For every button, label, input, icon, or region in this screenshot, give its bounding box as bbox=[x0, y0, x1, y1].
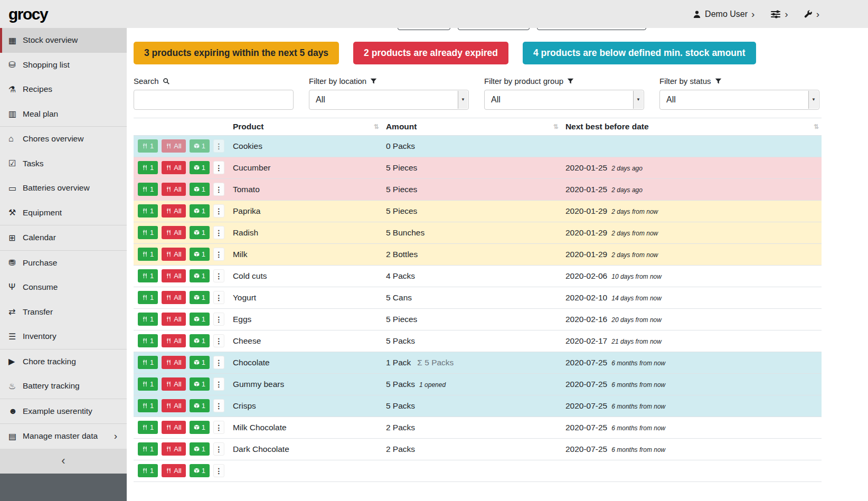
row-menu-button[interactable]: ⋮ bbox=[213, 464, 224, 477]
sidebar-item-chore-tracking[interactable]: ▶ Chore tracking bbox=[0, 349, 127, 374]
sidebar-item-example-userentity[interactable]: ☻ Example userentity bbox=[0, 399, 127, 424]
open-one-button[interactable]: 1 bbox=[190, 313, 210, 326]
row-menu-button[interactable]: ⋮ bbox=[213, 248, 224, 261]
row-menu-button[interactable]: ⋮ bbox=[213, 183, 224, 196]
consume-all-button[interactable]: All bbox=[162, 399, 185, 412]
sidebar-item-transfer[interactable]: ⇄ Transfer bbox=[0, 300, 127, 325]
sidebar-item-meal-plan[interactable]: ▥ Meal plan bbox=[0, 102, 127, 127]
search-label: Search bbox=[134, 77, 159, 86]
consume-one-button[interactable]: 1 bbox=[138, 161, 158, 174]
row-menu-button[interactable]: ⋮ bbox=[213, 269, 224, 282]
consume-all-button[interactable]: All bbox=[162, 313, 185, 326]
row-menu-button[interactable]: ⋮ bbox=[213, 377, 224, 391]
consume-one-button[interactable]: 1 bbox=[138, 442, 158, 456]
consume-one-button[interactable]: 1 bbox=[138, 313, 158, 326]
amount-column-header[interactable]: Amount ⇅ bbox=[382, 118, 561, 135]
consume-one-button[interactable]: 1 bbox=[138, 334, 158, 347]
open-one-button[interactable]: 1 bbox=[190, 356, 210, 369]
product-column-header[interactable]: Product ⇅ bbox=[229, 118, 382, 135]
consume-one-button[interactable]: 1 bbox=[138, 139, 158, 153]
row-menu-button[interactable]: ⋮ bbox=[213, 291, 224, 304]
open-one-button[interactable]: 1 bbox=[190, 161, 210, 174]
consume-one-button[interactable]: 1 bbox=[138, 183, 158, 196]
admin-menu[interactable]: › bbox=[804, 9, 819, 19]
user-menu[interactable]: Demo User › bbox=[693, 9, 754, 19]
consume-all-button[interactable]: All bbox=[162, 464, 185, 477]
row-menu-button[interactable]: ⋮ bbox=[213, 334, 224, 347]
row-menu-button[interactable]: ⋮ bbox=[213, 161, 224, 174]
sidebar-item-purchase[interactable]: ⛃ Purchase bbox=[0, 251, 127, 276]
open-one-button[interactable]: 1 bbox=[190, 248, 210, 261]
sidebar-item-batteries-overview[interactable]: ▭ Batteries overview bbox=[0, 176, 127, 201]
open-one-button[interactable]: 1 bbox=[190, 269, 210, 282]
consume-one-button[interactable]: 1 bbox=[138, 226, 158, 239]
consume-all-button[interactable]: All bbox=[162, 269, 185, 282]
open-one-button[interactable]: 1 bbox=[190, 464, 210, 477]
row-menu-button[interactable]: ⋮ bbox=[213, 442, 224, 456]
expired-banner[interactable]: 2 products are already expired bbox=[353, 42, 508, 64]
sidebar-item-battery-tracking[interactable]: ♨ Battery tracking bbox=[0, 374, 127, 399]
open-one-button[interactable]: 1 bbox=[190, 421, 210, 434]
consume-all-button[interactable]: All bbox=[162, 161, 185, 174]
below-min-stock-banner[interactable]: 4 products are below defined min. stock … bbox=[523, 42, 756, 64]
row-menu-button[interactable]: ⋮ bbox=[213, 139, 224, 153]
sidebar-item-recipes[interactable]: ⚗ Recipes bbox=[0, 77, 127, 102]
open-one-button[interactable]: 1 bbox=[190, 139, 210, 153]
consume-all-button[interactable]: All bbox=[162, 248, 185, 261]
open-one-button[interactable]: 1 bbox=[190, 204, 210, 218]
sidebar-item-inventory[interactable]: ☰ Inventory bbox=[0, 324, 127, 349]
consume-one-button[interactable]: 1 bbox=[138, 248, 158, 261]
row-menu-button[interactable]: ⋮ bbox=[213, 421, 224, 434]
status-filter-select[interactable]: All ▼ bbox=[659, 90, 819, 110]
sidebar-item-stock-overview[interactable]: ▦ Stock overview bbox=[0, 28, 127, 53]
product-group-filter-select[interactable]: All ▼ bbox=[484, 90, 644, 110]
consume-all-button[interactable]: All bbox=[162, 226, 185, 239]
open-one-button[interactable]: 1 bbox=[190, 226, 210, 239]
open-one-button[interactable]: 1 bbox=[190, 442, 210, 456]
consume-all-button[interactable]: All bbox=[162, 139, 185, 153]
row-menu-button[interactable]: ⋮ bbox=[213, 204, 224, 218]
consume-one-button[interactable]: 1 bbox=[138, 204, 158, 218]
sidebar-item-shopping-list[interactable]: ⛁ Shopping list bbox=[0, 53, 127, 78]
consume-one-button[interactable]: 1 bbox=[138, 291, 158, 304]
sidebar-item-manage-master-data[interactable]: ▤ Manage master data › bbox=[0, 424, 127, 449]
best-before-date: 2020-02-17 bbox=[565, 336, 607, 345]
sidebar-item-chores-overview[interactable]: ⌂ Chores overview bbox=[0, 127, 127, 152]
expiring-banner[interactable]: 3 products expiring within the next 5 da… bbox=[134, 42, 339, 64]
open-one-button[interactable]: 1 bbox=[190, 291, 210, 304]
open-one-button[interactable]: 1 bbox=[190, 334, 210, 347]
row-menu-button[interactable]: ⋮ bbox=[213, 226, 224, 239]
row-menu-button[interactable]: ⋮ bbox=[213, 356, 224, 369]
sidebar-item-equipment[interactable]: ⚒ Equipment bbox=[0, 201, 127, 225]
consume-one-button[interactable]: 1 bbox=[138, 377, 158, 391]
row-menu-button[interactable]: ⋮ bbox=[213, 313, 224, 326]
consume-one-button[interactable]: 1 bbox=[138, 421, 158, 434]
consume-one-button[interactable]: 1 bbox=[138, 356, 158, 369]
consume-all-button[interactable]: All bbox=[162, 442, 185, 456]
settings-menu[interactable]: › bbox=[770, 9, 788, 20]
search-input[interactable] bbox=[134, 90, 294, 110]
open-one-button[interactable]: 1 bbox=[190, 183, 210, 196]
row-menu-button[interactable]: ⋮ bbox=[213, 399, 224, 412]
consume-all-button[interactable]: All bbox=[162, 291, 185, 304]
consume-one-button[interactable]: 1 bbox=[138, 399, 158, 412]
sidebar-item-tasks[interactable]: ☑ Tasks bbox=[0, 152, 127, 176]
sidebar-item-calendar[interactable]: ⊞ Calendar bbox=[0, 225, 127, 250]
consume-one-button[interactable]: 1 bbox=[138, 464, 158, 477]
sidebar-collapse-button[interactable]: ‹ bbox=[0, 449, 127, 474]
row-actions: 1 All 1 ⋮ bbox=[138, 161, 224, 174]
best-before-column-header[interactable]: Next best before date ⇅ bbox=[561, 118, 822, 135]
open-one-button[interactable]: 1 bbox=[190, 377, 210, 391]
consume-all-button[interactable]: All bbox=[162, 377, 185, 391]
sidebar-item-consume[interactable]: Ψ Consume bbox=[0, 275, 127, 300]
product-name: Crisps bbox=[233, 401, 256, 410]
consume-one-button[interactable]: 1 bbox=[138, 269, 158, 282]
location-filter-select[interactable]: All ▼ bbox=[309, 90, 469, 110]
consume-all-button[interactable]: All bbox=[162, 204, 185, 218]
app-logo[interactable]: grocy bbox=[8, 5, 48, 23]
consume-all-button[interactable]: All bbox=[162, 334, 185, 347]
consume-all-button[interactable]: All bbox=[162, 183, 185, 196]
consume-all-button[interactable]: All bbox=[162, 421, 185, 434]
open-one-button[interactable]: 1 bbox=[190, 399, 210, 412]
consume-all-button[interactable]: All bbox=[162, 356, 185, 369]
